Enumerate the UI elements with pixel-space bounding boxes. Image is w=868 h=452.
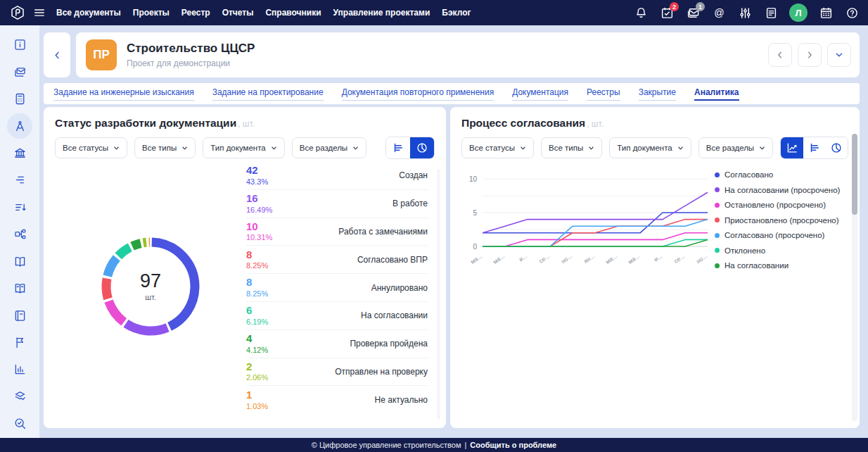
at-sign-icon[interactable]: @ — [711, 5, 727, 20]
svg-text:@: @ — [714, 6, 724, 18]
menu-burger-icon[interactable] — [31, 4, 48, 21]
app-logo-icon[interactable] — [8, 4, 27, 22]
main-content: ПР Строительство ЦЦСР Проект для демонст… — [39, 25, 868, 438]
sidebar-open-book-alt-icon[interactable] — [7, 276, 32, 301]
svg-text:10: 10 — [469, 175, 478, 183]
sidebar-bar-chart-icon[interactable] — [7, 357, 32, 382]
line-legend-row-0: Согласовано — [715, 170, 848, 179]
project-tabs-bar: Задание на инженерные изысканияЗадание н… — [44, 83, 860, 104]
analytics-panels: Статус разработки документации , шт. Все… — [44, 107, 860, 428]
approval-view-toggles — [780, 137, 848, 159]
doc-status-filter-3[interactable]: Все разделы — [292, 137, 366, 158]
doc-status-panel-unit: , шт. — [238, 119, 255, 129]
sidebar-open-book-icon[interactable] — [7, 249, 32, 274]
donut-legend-row-8: 11.03%Не актуально — [246, 386, 428, 414]
doc-status-pie-view-icon[interactable] — [410, 137, 434, 158]
donut-legend-row-6: 44.12%Проверка пройдена — [246, 330, 428, 358]
topnav-item-0[interactable]: Все документы — [56, 8, 121, 18]
svg-text:0: 0 — [473, 243, 477, 251]
approval-filter-1[interactable]: Все типы — [541, 137, 602, 158]
topnav-item-2[interactable]: Реестр — [181, 8, 210, 18]
approval-filter-3[interactable]: Все разделы — [698, 137, 773, 158]
approval-pie-view-icon[interactable] — [825, 137, 848, 158]
topnav-item-5[interactable]: Управление проектами — [333, 8, 430, 18]
mail-icon[interactable]: 1 — [685, 5, 701, 20]
topnav-item-3[interactable]: Отчеты — [222, 8, 254, 18]
donut-legend-row-7: 22.06%Отправлен на проверку — [246, 358, 428, 387]
app-window: Все документыПроектыРеестрОтчетыСправочн… — [0, 0, 868, 452]
sidebar-search-check-icon[interactable] — [7, 411, 32, 437]
approval-process-panel: Процесс согласования , шт. Все статусыВс… — [450, 107, 860, 428]
sidebar-org-structure-icon[interactable] — [7, 222, 32, 247]
topnav-actions: 21@Л — [633, 4, 860, 22]
line-chart-legend: СогласованоНа согласовании (просрочено)О… — [713, 168, 848, 277]
svg-text:ма...: ма... — [604, 252, 618, 265]
project-header-row: ПР Строительство ЦЦСР Проект для демонст… — [44, 32, 860, 77]
help-icon[interactable] — [844, 5, 860, 20]
calendar-icon[interactable] — [818, 5, 834, 20]
doc-status-filter-1[interactable]: Все типы — [134, 137, 196, 158]
doc-status-scrollbar[interactable] — [437, 169, 440, 420]
calendar-check-badge: 2 — [670, 2, 679, 11]
tab-6[interactable]: Аналитика — [694, 87, 739, 101]
sidebar-drafting-compass-icon[interactable] — [7, 113, 32, 139]
svg-text:се...: се... — [537, 252, 551, 264]
line-legend-row-2: Остановлено (просрочено) — [715, 201, 848, 209]
tab-3[interactable]: Документация — [512, 87, 568, 101]
approval-body: 0510ма...ма...и...се...но...ян...ма...ма… — [461, 168, 848, 277]
svg-text:5: 5 — [473, 209, 477, 217]
back-button[interactable] — [44, 32, 70, 77]
approval-panel-unit: , шт. — [587, 119, 604, 129]
svg-text:но...: но... — [695, 252, 708, 265]
calendar-check-icon[interactable]: 2 — [659, 5, 675, 20]
notes-icon[interactable] — [763, 5, 779, 20]
project-subtitle: Проект для демонстрации — [127, 58, 255, 68]
sidebar-journal-icon[interactable] — [7, 303, 32, 328]
donut-total-unit: шт. — [145, 293, 156, 301]
donut-chart: 97 шт. — [98, 234, 203, 339]
donut-center: 97 шт. — [98, 234, 203, 339]
sidebar-mail-tray-icon[interactable] — [7, 59, 32, 84]
tab-4[interactable]: Реестры — [587, 87, 620, 101]
sidebar-task-list-icon[interactable] — [7, 168, 32, 193]
tab-0[interactable]: Задание на инженерные изыскания — [53, 87, 194, 101]
donut-legend: 4243.3%Создан1616.49%В работе1010.31%Раб… — [246, 162, 435, 414]
prev-project-button[interactable] — [768, 43, 792, 67]
user-avatar[interactable]: Л — [789, 4, 808, 22]
doc-status-bar-view-icon[interactable] — [386, 137, 410, 158]
topnav-item-4[interactable]: Справочники — [265, 8, 321, 18]
sidebar-bank-icon[interactable] — [7, 141, 32, 166]
line-legend-row-4: Согласовано (просрочено) — [715, 231, 848, 239]
approval-line-view-icon[interactable] — [781, 137, 803, 158]
tab-5[interactable]: Закрытие — [639, 87, 676, 101]
doc-status-panel-title: Статус разработки документации — [55, 117, 236, 130]
approval-filter-0[interactable]: Все статусы — [461, 137, 534, 158]
approval-scrollbar — [852, 134, 857, 421]
approval-scrollbar-thumb[interactable] — [852, 134, 857, 215]
tab-1[interactable]: Задание на проектирование — [212, 87, 324, 101]
doc-status-filter-2[interactable]: Тип документа — [203, 137, 284, 158]
bell-icon[interactable] — [633, 5, 649, 20]
sidebar-calculator-icon[interactable] — [7, 87, 32, 112]
line-legend-row-3: Приостановлено (просрочено) — [715, 216, 848, 225]
sidebar-flag-icon[interactable] — [7, 329, 32, 355]
svg-text:ма...: ма... — [492, 252, 506, 265]
next-project-button[interactable] — [798, 43, 822, 67]
approval-bar-view-icon[interactable] — [803, 137, 826, 158]
tab-2[interactable]: Документация повторного применения — [342, 87, 494, 101]
approval-filter-2[interactable]: Тип документа — [609, 137, 691, 158]
doc-status-panel: Статус разработки документации , шт. Все… — [44, 107, 446, 428]
approval-panel-title: Процесс согласования — [461, 117, 585, 130]
sidebar-layers-check-icon[interactable] — [7, 384, 32, 409]
sidebar-info-card-icon[interactable] — [7, 32, 32, 58]
donut-legend-row-2: 1010.31%Работа с замечаниями — [246, 218, 428, 246]
doc-status-filter-0[interactable]: Все статусы — [55, 137, 127, 158]
donut-legend-row-5: 66.19%На согласовании — [246, 302, 428, 330]
project-tabs: Задание на инженерные изысканияЗадание н… — [53, 87, 739, 101]
report-problem-link[interactable]: Сообщить о проблеме — [470, 441, 556, 449]
topnav-item-1[interactable]: Проекты — [133, 8, 170, 18]
topnav-item-6[interactable]: Бэклог — [442, 8, 471, 18]
expand-project-button[interactable] — [827, 43, 851, 67]
sidebar-sorted-list-icon[interactable] — [7, 194, 32, 220]
sliders-icon[interactable] — [737, 5, 753, 20]
